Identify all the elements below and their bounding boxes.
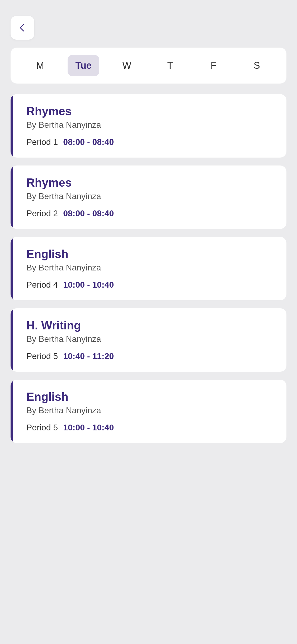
schedule-card: H. Writing By Bertha Nanyinza Period 5 1… (11, 308, 286, 372)
card-accent-border (11, 308, 13, 372)
card-period-label: Period 1 (26, 137, 58, 147)
card-teacher: By Bertha Nanyinza (26, 191, 273, 201)
card-accent-border (11, 165, 13, 229)
day-selector: MTueWTFS (11, 48, 286, 84)
back-arrow-icon (20, 24, 27, 31)
card-accent-border (11, 94, 13, 158)
card-period-label: Period 4 (26, 280, 58, 290)
day-item-f[interactable]: F (198, 55, 229, 76)
card-period-label: Period 2 (26, 209, 58, 218)
day-item-t[interactable]: T (154, 55, 186, 76)
day-item-w[interactable]: W (111, 55, 143, 76)
schedule-card: English By Bertha Nanyinza Period 4 10:0… (11, 237, 286, 300)
day-item-tue[interactable]: Tue (68, 55, 99, 76)
schedule-card: Rhymes By Bertha Nanyinza Period 2 08:00… (11, 165, 286, 229)
card-teacher: By Bertha Nanyinza (26, 120, 273, 130)
card-period-row: Period 5 10:00 - 10:40 (26, 423, 273, 433)
card-period-row: Period 5 10:40 - 11:20 (26, 351, 273, 361)
card-subject: Rhymes (26, 176, 273, 189)
card-subject: English (26, 247, 273, 261)
card-accent-border (11, 237, 13, 300)
card-period-time: 10:00 - 10:40 (63, 280, 114, 290)
day-item-s[interactable]: S (241, 55, 273, 76)
card-teacher: By Bertha Nanyinza (26, 334, 273, 344)
card-period-time: 10:40 - 11:20 (63, 351, 114, 361)
schedule-card: Rhymes By Bertha Nanyinza Period 1 08:00… (11, 94, 286, 158)
card-subject: English (26, 390, 273, 403)
card-period-row: Period 1 08:00 - 08:40 (26, 137, 273, 147)
card-accent-border (11, 380, 13, 443)
header (0, 0, 297, 48)
card-period-label: Period 5 (26, 423, 58, 433)
day-item-m[interactable]: M (24, 55, 56, 76)
card-period-label: Period 5 (26, 351, 58, 361)
card-period-row: Period 4 10:00 - 10:40 (26, 280, 273, 290)
card-period-time: 08:00 - 08:40 (63, 209, 114, 218)
card-period-time: 08:00 - 08:40 (63, 137, 114, 147)
schedule-list: Rhymes By Bertha Nanyinza Period 1 08:00… (0, 91, 297, 446)
card-teacher: By Bertha Nanyinza (26, 406, 273, 415)
card-period-row: Period 2 08:00 - 08:40 (26, 209, 273, 218)
card-teacher: By Bertha Nanyinza (26, 263, 273, 273)
schedule-card: English By Bertha Nanyinza Period 5 10:0… (11, 380, 286, 443)
card-subject: H. Writing (26, 319, 273, 332)
card-period-time: 10:00 - 10:40 (63, 423, 114, 433)
back-button[interactable] (11, 16, 34, 40)
card-subject: Rhymes (26, 105, 273, 118)
